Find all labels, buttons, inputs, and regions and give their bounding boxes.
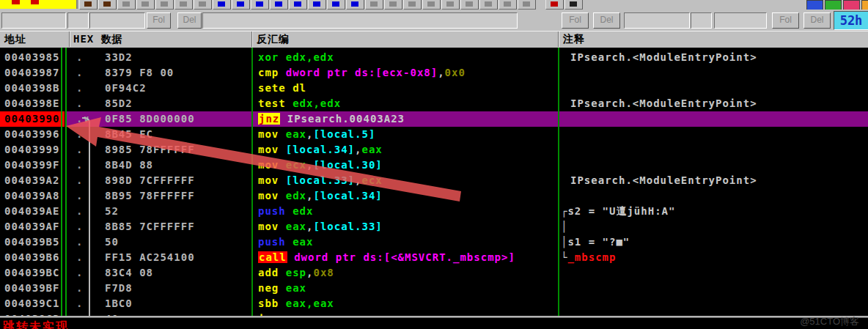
- disasm-cell[interactable]: push edx: [258, 204, 557, 219]
- address-cell[interactable]: 004039B6: [4, 250, 62, 265]
- comment-cell[interactable]: [561, 281, 868, 296]
- hex-cell[interactable]: .8B95 78FFFFFF: [70, 188, 251, 204]
- toolbar-color-button[interactable]: [843, 0, 860, 10]
- disasm-cell[interactable]: call dword ptr ds:[<&MSVCRT._mbscmp>]: [258, 250, 557, 265]
- disasm-row[interactable]: 00403996.8B45 ECmov eax,[local.5]: [0, 127, 868, 142]
- disasm-row[interactable]: 004039A2.898D 7CFFFFFFmov [local.33],ecx…: [0, 173, 868, 188]
- comment-cell[interactable]: [561, 111, 868, 127]
- address-cell[interactable]: 004039B5: [4, 234, 62, 250]
- hex-cell[interactable]: .8B85 7CFFFFFF: [70, 219, 251, 234]
- hex-cell[interactable]: .33D2: [70, 50, 251, 65]
- address-cell[interactable]: 004039BC: [4, 265, 62, 281]
- comment-cell[interactable]: │: [561, 219, 865, 234]
- hex-cell[interactable]: .FF15 AC254100: [70, 250, 251, 265]
- disasm-row[interactable]: 004039B5.50push eax│s1 = "?■": [0, 234, 868, 250]
- disasm-row[interactable]: 004039AF.8B85 7CFFFFFFmov eax,[local.33]…: [0, 219, 868, 234]
- hex-cell[interactable]: .0F94C2: [70, 81, 251, 96]
- disasm-row[interactable]: 0040398B.0F94C2sete dl: [0, 81, 868, 96]
- comment-cell[interactable]: [561, 65, 868, 81]
- disasm-row[interactable]: 004039AE.52push edx┌s2 = "U邅jühH:A": [0, 204, 868, 219]
- toolbar-button[interactable]: [194, 0, 212, 10]
- cmdbar-field[interactable]: [691, 12, 712, 29]
- disasm-cell[interactable]: push eax: [258, 234, 557, 250]
- comment-cell[interactable]: [561, 296, 868, 311]
- comment-cell[interactable]: └_mbscmp: [561, 250, 865, 265]
- hex-cell[interactable]: .8B45 EC: [70, 127, 251, 142]
- toolbar-button[interactable]: [251, 0, 269, 10]
- toolbar-button[interactable]: [98, 0, 117, 10]
- disasm-row[interactable]: 0040399F.8B4D 88mov ecx,[local.30]: [0, 158, 868, 173]
- delete-button[interactable]: Del: [177, 12, 202, 29]
- disasm-cell[interactable]: sete dl: [258, 81, 557, 96]
- follow-button[interactable]: Fol: [147, 12, 171, 29]
- toolbar-button[interactable]: [460, 0, 479, 10]
- comment-cell[interactable]: [561, 81, 868, 96]
- address-cell[interactable]: 004039BF: [4, 281, 62, 296]
- address-cell[interactable]: 004039AE: [4, 204, 62, 219]
- toolbar-button[interactable]: [346, 0, 364, 10]
- toolbar-button[interactable]: [403, 0, 422, 10]
- comment-cell[interactable]: │s1 = "?■": [561, 234, 865, 250]
- disasm-cell[interactable]: mov eax,[local.5]: [258, 127, 557, 142]
- address-cell[interactable]: 0040398E: [4, 96, 62, 111]
- address-cell[interactable]: 004039A8: [4, 188, 62, 204]
- address-cell[interactable]: 0040399F: [4, 158, 62, 173]
- toolbar-button[interactable]: [499, 0, 517, 10]
- hex-cell[interactable]: .898D 7CFFFFFF: [70, 173, 251, 188]
- comment-cell[interactable]: IPsearch.<ModuleEntryPoint>: [561, 50, 868, 65]
- address-cell[interactable]: 004039C1: [4, 296, 62, 311]
- address-cell[interactable]: 00403987: [4, 65, 62, 81]
- disasm-row[interactable]: 00403985.33D2xor edx,edxIPsearch.<Module…: [0, 50, 868, 65]
- toolbar-button[interactable]: [545, 0, 564, 10]
- comment-cell[interactable]: IPsearch.<ModuleEntryPoint>: [561, 96, 868, 111]
- toolbar-button[interactable]: [79, 0, 98, 10]
- disasm-cell[interactable]: mov [local.33],ecx: [258, 173, 557, 188]
- disasm-cell[interactable]: add esp,0x8: [258, 265, 557, 281]
- follow-button[interactable]: Fol: [562, 12, 589, 29]
- address-cell[interactable]: 00403990: [0, 111, 65, 127]
- toolbar-button[interactable]: [518, 0, 536, 10]
- cmdbar-field[interactable]: [714, 12, 767, 29]
- disasm-row[interactable]: 004039BC.83C4 08add esp,0x8: [0, 265, 868, 281]
- address-cell[interactable]: 00403996: [4, 127, 62, 142]
- delete-button[interactable]: Del: [803, 12, 831, 29]
- disasm-row[interactable]: 0040398E.85D2test edx,edxIPsearch.<Modul…: [0, 96, 868, 111]
- toolbar-button[interactable]: [327, 0, 345, 10]
- hex-cell[interactable]: .8B4D 88: [70, 158, 251, 173]
- disasm-row[interactable]: 004039BF.F7D8neg eax: [0, 281, 868, 296]
- follow-button[interactable]: Fol: [772, 12, 799, 29]
- comment-cell[interactable]: [561, 188, 868, 204]
- comment-cell[interactable]: [561, 265, 868, 281]
- disasm-cell[interactable]: mov [local.34],eax: [258, 142, 557, 158]
- column-header-comment[interactable]: 注释: [563, 33, 585, 46]
- disasm-cell[interactable]: cmp dword ptr ds:[ecx-0x8],0x0: [258, 65, 557, 81]
- toolbar-color-button[interactable]: [825, 0, 842, 10]
- toolbar-button[interactable]: [365, 0, 383, 10]
- toolbar-button[interactable]: [174, 0, 193, 10]
- toolbar-button[interactable]: [384, 0, 402, 10]
- hex-cell[interactable]: .8985 78FFFFFF: [70, 142, 251, 158]
- toolbar-color-button[interactable]: [861, 0, 868, 10]
- hex-cell[interactable]: .∨0F85 8D000000: [70, 111, 251, 127]
- toolbar-button[interactable]: [479, 0, 498, 10]
- toolbar-button[interactable]: [564, 0, 583, 10]
- comment-cell[interactable]: [561, 158, 868, 173]
- toolbar-button[interactable]: [155, 0, 174, 10]
- toolbar-button[interactable]: [270, 0, 288, 10]
- disasm-cell[interactable]: mov edx,[local.34]: [258, 188, 557, 204]
- toolbar-button[interactable]: [289, 0, 307, 10]
- column-header-address[interactable]: 地址: [4, 33, 26, 46]
- comment-cell[interactable]: [561, 127, 868, 142]
- address-cell[interactable]: 00403985: [4, 50, 62, 65]
- disasm-row[interactable]: 00403987.8379 F8 00cmp dword ptr ds:[ecx…: [0, 65, 868, 81]
- hex-cell[interactable]: .85D2: [70, 96, 251, 111]
- disasm-row[interactable]: 004039C1.1BC0sbb eax,eax: [0, 296, 868, 311]
- disasm-row[interactable]: 00403999.8985 78FFFFFFmov [local.34],eax: [0, 142, 868, 158]
- toolbar-color-button[interactable]: [806, 0, 823, 10]
- hex-cell[interactable]: .50: [70, 234, 251, 250]
- toolbar-button[interactable]: [441, 0, 460, 10]
- disasm-row[interactable]: 004039A8.8B95 78FFFFFFmov edx,[local.34]: [0, 188, 868, 204]
- cmdbar-field[interactable]: [67, 12, 89, 29]
- column-header-disasm[interactable]: 反汇编: [257, 33, 290, 46]
- cmdbar-field[interactable]: [624, 12, 690, 29]
